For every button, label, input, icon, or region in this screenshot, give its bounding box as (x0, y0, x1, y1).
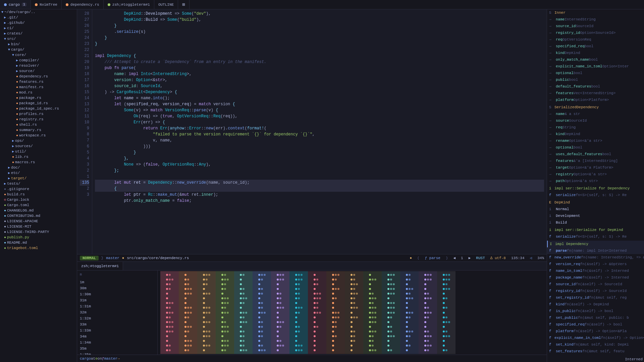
sidebar-item-core[interactable]: ▼ core/ (0, 52, 77, 58)
outline-item-fn-specified-req[interactable]: f specified_req fn(&self) -> bool (547, 321, 644, 328)
sidebar-item-package-id[interactable]: ● package_id.rs (0, 101, 77, 106)
outline-item-fn-platform[interactable]: f platform fn(&self) -> Option<&Pla (547, 328, 644, 335)
sidebar-item-buildrs[interactable]: ● build.rs (0, 192, 77, 197)
outline-item-only-match-name[interactable]: → only_match_name bool (547, 56, 644, 63)
sidebar-item-workspace[interactable]: ● workspace.rs (0, 133, 77, 138)
sidebar-item-dependency-rs[interactable]: ● dependency.rs (0, 74, 77, 79)
outline-item-fn-name-in-toml[interactable]: f name_in_toml fn(&self) -> Interned (547, 267, 644, 274)
outline-item-sd-target[interactable]: → target Option<&'a Platform> (547, 164, 644, 171)
sidebar-item-resolver[interactable]: ▶ resolver/ (0, 63, 77, 68)
outline-item-impl-ser-dep[interactable]: i impl ser::Serialize for Dependency (547, 185, 644, 192)
sidebar-item-etc[interactable]: ▶ etc/ (0, 170, 77, 176)
outline-item-optional[interactable]: → optional bool (547, 70, 644, 76)
outline-item-public[interactable]: → public bool (547, 76, 644, 83)
outline-item-depkind[interactable]: E DepKind (547, 199, 644, 206)
sidebar-item-cargolock[interactable]: ⊙ Cargo.lock (0, 197, 77, 202)
sidebar-item-publish[interactable]: ● publish.py (0, 235, 77, 240)
sidebar-item-cargotoml[interactable]: ● Cargo.toml (0, 202, 77, 208)
outline-item-source-id[interactable]: → source_id SourceId (547, 23, 644, 29)
outline-item-fn-parse[interactable]: f parse fn(name: impl Into<Interned (547, 247, 644, 254)
outline-item-serialize-depkind[interactable]: f serialize fn<S>(self, s: S) -> Re (547, 233, 644, 240)
outline-item-impl-ser-depkind[interactable]: i impl ser::Serialize for DepKind (547, 227, 644, 233)
tab-cargo[interactable]: cargo 1 (0, 0, 31, 9)
outline-item-features[interactable]: → features Vec<InternedString> (547, 90, 644, 97)
sidebar-item-bin[interactable]: ▶ bin/ (0, 42, 77, 47)
sidebar-item-doc[interactable]: ▶ doc/ (0, 165, 77, 170)
sidebar-item-git[interactable]: ▶ .git/ (0, 15, 77, 20)
outline-item-fn-version-req[interactable]: f version_req fn(&self) -> &OptVers (547, 261, 644, 267)
outline-item-fn-set-features[interactable]: f set_features fn(&mut self, featu (547, 348, 644, 355)
sidebar-item-root[interactable]: ▼ ~/dev/cargo/.. (0, 9, 77, 15)
sidebar-item-src[interactable]: ▼ src/ (0, 36, 77, 42)
sidebar-item-tests[interactable]: ▶ tests/ (0, 181, 77, 186)
outline-item-fn-new-override[interactable]: f new_override fn(name: InternedString, … (547, 254, 644, 261)
outline-item-fn-registry-id[interactable]: f registry_id fn(&self) -> SourceId (547, 288, 644, 294)
outline-item-depkind-normal[interactable]: i Normal (547, 206, 644, 213)
outline-item-fn-source-id[interactable]: f source_id fn(&self) -> SourceId (547, 281, 644, 288)
outline-item-sd-name[interactable]: → name & a str (547, 111, 644, 117)
sidebar-item-contributing[interactable]: ● CONTRIBUTING.md (0, 213, 77, 219)
sidebar-item-readme[interactable]: ● README.md (0, 240, 77, 245)
sidebar-item-package-id-spec[interactable]: ● package_id_spec.rs (0, 106, 77, 111)
sidebar-item-compiler[interactable]: ▶ compiler/ (0, 58, 77, 63)
outline-item-name[interactable]: → name InternedString (547, 16, 644, 23)
outline-item-impl-dep[interactable]: I impl Dependency (547, 241, 644, 247)
outline-item-explicit-name[interactable]: → explicit_name_in_toml Option<Inter (547, 63, 644, 70)
outline-item-serialized-dep[interactable]: S SerializedDependency (547, 104, 644, 111)
sidebar-item-license-apache[interactable]: ● LICENSE-APACHE (0, 219, 77, 224)
sidebar-item-package[interactable]: ● package.rs (0, 95, 77, 101)
sidebar-item-changelog[interactable]: ● CHANGELOG.md (0, 208, 77, 213)
outline-item-sd-path[interactable]: → path Option<&'a str> (547, 178, 644, 184)
outline-item-platform[interactable]: → platform Option<Platform> (547, 97, 644, 103)
sidebar-item-source[interactable]: ▶ source/ (0, 68, 77, 74)
tab-toggleterm[interactable]: zsh;#toggleterm#1 (104, 0, 154, 9)
outline-item-fn-set-registry[interactable]: f set_registry_id fn(&mut self, reg (547, 294, 644, 301)
outline-item-specified-req[interactable]: → specified_req bool (547, 43, 644, 50)
tab-nvimtree[interactable]: NvimTree (31, 0, 62, 9)
outline-item-req[interactable]: → req OptVersionReq (547, 36, 644, 43)
sidebar-item-gitignore[interactable]: ● .gitignore (0, 186, 77, 192)
sidebar-item-shell[interactable]: ● shell.rs (0, 122, 77, 127)
sidebar-item-registry[interactable]: ● registry.rs (0, 117, 77, 122)
outline-item-sd-rename[interactable]: → rename Option<&'a str> (547, 137, 644, 144)
sidebar-item-triagebot[interactable]: ● triagebot.toml (0, 245, 77, 251)
outline-item-fn-kind[interactable]: f kind fn(&self) -> DepKind (547, 301, 644, 308)
sidebar-item-profiles[interactable]: ● profiles.rs (0, 111, 77, 117)
outline-item-fn-set-kind[interactable]: f set_kind fn(&mut self, kind: DepKi (547, 341, 644, 348)
outline-item-default-features[interactable]: → default_features bool (547, 83, 644, 90)
outline-item-serialize-dep[interactable]: f serialize fn<S>(self, s: S) -> Re (547, 192, 644, 198)
outline-item-sd-kind[interactable]: → kind DepKind (547, 131, 644, 137)
sidebar-item-cargo[interactable]: ▼ cargo/ (0, 47, 77, 52)
outline-item-sd-optional[interactable]: → optional bool (547, 144, 644, 151)
outline-item-sd-registry[interactable]: → registry Option<&'a str> (547, 171, 644, 178)
sidebar-item-sources[interactable]: ▶ sources/ (0, 143, 77, 149)
sidebar-item-manifest[interactable]: ● manifest.rs (0, 84, 77, 90)
terminal-tab-main[interactable]: zsh;#toggleterm#1 (77, 262, 123, 270)
outline-item-fn-package-name[interactable]: f package_name fn(&self) -> Interned (547, 274, 644, 281)
sidebar-item-license-third[interactable]: ● LICENSE-THIRD-PARTY (0, 229, 77, 235)
sidebar-item-license-mit[interactable]: ● LICENSE-MIT (0, 224, 77, 229)
sidebar-item-ops[interactable]: ▶ ops/ (0, 138, 77, 143)
outline-item-fn-set-public[interactable]: f set_public fn(&mut self, public: b (547, 314, 644, 321)
tab-maximize[interactable]: ⊞ (178, 0, 189, 9)
outline-item-depkind-dev[interactable]: i Development (547, 213, 644, 219)
outline-item-registry-id[interactable]: → registry_id Option<SourceId> (547, 29, 644, 36)
sidebar-item-ci[interactable]: ▶ ci/ (0, 25, 77, 31)
outline-item-sd-source[interactable]: → source SourceId (547, 117, 644, 124)
outline-item-sd-features[interactable]: → features &'a [InternedString] (547, 158, 644, 164)
outline-item-depkind-build[interactable]: i Build (547, 219, 644, 226)
sidebar-item-target[interactable]: ▶ target/ (0, 176, 77, 181)
outline-item-fn-is-public[interactable]: f is_public fn(&self) -> bool (547, 308, 644, 314)
tab-outline[interactable]: OUTLINE (154, 0, 178, 9)
sidebar-item-util[interactable]: ▶ util/ (0, 149, 77, 154)
sidebar-item-summary[interactable]: ● summary.rs (0, 127, 77, 133)
sidebar-item-crates[interactable]: ▶ crates/ (0, 31, 77, 36)
outline-item-fn-explicit-name[interactable]: f explicit_name_in_toml fn(&self) -> Opt… (547, 335, 644, 341)
sidebar-item-features[interactable]: ● features.rs (0, 79, 77, 84)
outline-item-sd-uses-default[interactable]: → uses_default_features bool (547, 151, 644, 158)
outline-item-kind[interactable]: → kind DepKind (547, 50, 644, 56)
sidebar-item-macros[interactable]: ● macros.rs (0, 160, 77, 165)
sidebar-item-github[interactable]: ▶ .github/ (0, 20, 77, 25)
tab-dependency[interactable]: dependency.rs (62, 0, 104, 9)
sidebar-item-librs[interactable]: ● lib.rs (0, 154, 77, 160)
